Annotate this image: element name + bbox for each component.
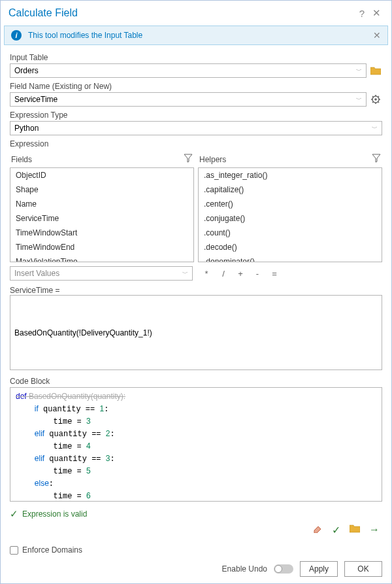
info-bar: i This tool modifies the Input Table ✕ bbox=[4, 26, 388, 45]
list-item[interactable]: TimeWindowStart bbox=[10, 226, 193, 240]
info-icon: i bbox=[11, 30, 22, 41]
svg-line-7 bbox=[378, 102, 380, 103]
helpers-list[interactable]: .as_integer_ratio() .capitalize() .cente… bbox=[198, 167, 382, 262]
list-item[interactable]: MaxViolationTime bbox=[10, 254, 193, 262]
help-icon[interactable]: ? bbox=[355, 6, 369, 20]
check-icon: ✓ bbox=[10, 508, 18, 520]
validation-row: ✓ Expression is valid bbox=[10, 508, 382, 520]
list-item[interactable]: Shape bbox=[10, 182, 193, 197]
expression-type-value: Python bbox=[14, 124, 39, 133]
fields-list[interactable]: ObjectID Shape Name ServiceTime TimeWind… bbox=[10, 167, 194, 262]
input-table-select[interactable]: Orders ﹀ bbox=[10, 63, 367, 78]
list-item[interactable]: .denominator() bbox=[199, 254, 382, 262]
eraser-icon[interactable] bbox=[312, 524, 323, 536]
insert-values-label: Insert Values bbox=[14, 269, 59, 278]
validation-text: Expression is valid bbox=[22, 509, 87, 519]
input-table-value: Orders bbox=[14, 66, 39, 75]
list-item[interactable]: .decode() bbox=[199, 240, 382, 254]
caret-icon: ﹀ bbox=[372, 124, 378, 133]
list-item[interactable]: .as_integer_ratio() bbox=[199, 168, 382, 182]
op-plus[interactable]: + bbox=[233, 269, 248, 279]
svg-point-1 bbox=[374, 98, 377, 101]
code-block-label: Code Block bbox=[10, 377, 382, 386]
svg-line-9 bbox=[378, 96, 380, 97]
code-block-input[interactable]: def BasedOnQuantity(quantity): if quanti… bbox=[10, 387, 382, 502]
enforce-domains-row: Enforce Domains bbox=[10, 545, 382, 555]
browse-folder-icon[interactable] bbox=[369, 64, 382, 77]
op-divide[interactable]: / bbox=[216, 269, 231, 279]
list-item[interactable]: .center() bbox=[199, 197, 382, 211]
close-icon[interactable]: ✕ bbox=[369, 6, 384, 20]
validate-icon[interactable]: ✓ bbox=[332, 524, 340, 536]
footer: Enable Undo Apply OK bbox=[1, 555, 391, 583]
expression-actions: ✓ → bbox=[10, 524, 382, 536]
enforce-domains-label: Enforce Domains bbox=[22, 545, 82, 555]
enable-undo-label: Enable Undo bbox=[222, 564, 267, 574]
list-item[interactable]: ServiceTime bbox=[10, 211, 193, 226]
op-multiply[interactable]: * bbox=[199, 269, 214, 279]
caret-icon: ﹀ bbox=[182, 269, 188, 278]
expression-text: BasedOnQuantity(!DeliveryQuantity_1!) bbox=[14, 328, 152, 337]
apply-label: Apply bbox=[309, 564, 329, 574]
list-item[interactable]: ObjectID bbox=[10, 168, 193, 182]
expression-input[interactable]: BasedOnQuantity(!DeliveryQuantity_1!) bbox=[10, 295, 382, 370]
gear-icon[interactable] bbox=[369, 93, 382, 106]
helpers-label: Helpers bbox=[199, 155, 226, 164]
fields-label: Fields bbox=[11, 155, 32, 164]
list-item[interactable]: TimeWindowEnd bbox=[10, 240, 193, 254]
expression-equals-label: ServiceTime = bbox=[10, 286, 382, 295]
filter-icon[interactable] bbox=[372, 154, 381, 165]
export-arrow-icon[interactable]: → bbox=[369, 524, 380, 536]
op-minus[interactable]: - bbox=[250, 269, 265, 279]
ok-label: OK bbox=[357, 564, 368, 574]
enable-undo-toggle[interactable] bbox=[274, 564, 293, 574]
apply-button[interactable]: Apply bbox=[300, 561, 338, 577]
open-folder-icon[interactable] bbox=[350, 524, 360, 536]
svg-line-8 bbox=[372, 102, 374, 103]
caret-icon: ﹀ bbox=[356, 95, 362, 104]
svg-line-6 bbox=[372, 96, 374, 97]
title-bar: Calculate Field ? ✕ bbox=[1, 1, 391, 26]
window-title: Calculate Field bbox=[8, 7, 355, 19]
field-name-value: ServiceTime bbox=[14, 95, 57, 104]
filter-icon[interactable] bbox=[184, 154, 193, 165]
expression-type-label: Expression Type bbox=[10, 111, 382, 120]
info-text: This tool modifies the Input Table bbox=[28, 31, 142, 40]
input-table-label: Input Table bbox=[10, 53, 382, 62]
caret-icon: ﹀ bbox=[356, 67, 362, 75]
list-item[interactable]: .count() bbox=[199, 226, 382, 240]
insert-values-select[interactable]: Insert Values ﹀ bbox=[10, 266, 193, 281]
list-item[interactable]: Name bbox=[10, 197, 193, 211]
info-close-icon[interactable]: ✕ bbox=[373, 30, 381, 41]
field-name-label: Field Name (Existing or New) bbox=[10, 82, 382, 91]
list-item[interactable]: .conjugate() bbox=[199, 211, 382, 226]
list-item[interactable]: .capitalize() bbox=[199, 182, 382, 197]
enforce-domains-checkbox[interactable] bbox=[10, 546, 18, 555]
op-equals[interactable]: = bbox=[267, 269, 282, 279]
expression-label: Expression bbox=[10, 139, 382, 148]
ok-button[interactable]: OK bbox=[344, 561, 382, 577]
field-name-select[interactable]: ServiceTime ﹀ bbox=[10, 92, 367, 107]
expression-type-select[interactable]: Python ﹀ bbox=[10, 121, 382, 135]
